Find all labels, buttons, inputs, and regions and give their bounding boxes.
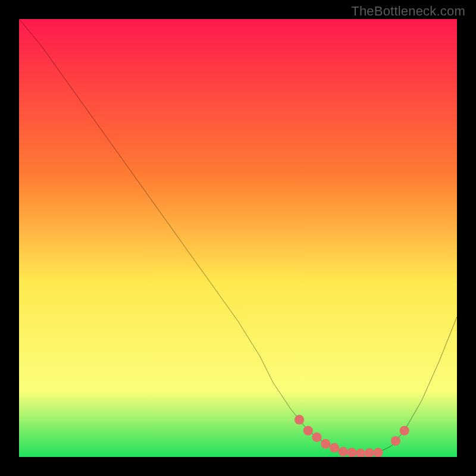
chart-plot-area — [19, 19, 457, 457]
curve-marker — [347, 448, 356, 457]
gradient-background — [19, 19, 457, 457]
chart-svg — [19, 19, 457, 457]
curve-marker — [373, 448, 383, 457]
curve-marker — [321, 439, 330, 449]
curve-marker — [330, 443, 339, 452]
curve-marker — [400, 426, 409, 436]
curve-marker — [303, 426, 313, 436]
curve-marker — [295, 415, 304, 424]
curve-marker — [312, 433, 321, 442]
curve-marker — [391, 436, 400, 446]
curve-marker — [339, 447, 348, 456]
watermark-text: TheBottleneck.com — [351, 4, 465, 19]
